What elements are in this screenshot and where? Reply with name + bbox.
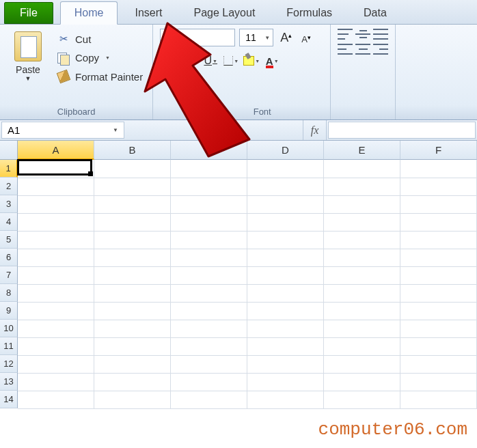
cell[interactable] [247,266,324,284]
cell[interactable] [94,213,171,231]
cell[interactable] [18,213,94,231]
cell[interactable] [247,284,324,302]
font-size-combo[interactable]: 11 ▼ [239,29,273,46]
cell[interactable] [94,249,171,266]
cell[interactable] [18,160,94,178]
cell[interactable] [171,320,247,337]
row-header[interactable]: 11 [0,337,18,355]
align-top-button[interactable] [338,29,353,40]
cell[interactable] [94,284,171,302]
cell[interactable] [247,160,324,178]
cell[interactable] [18,249,94,266]
format-painter-button[interactable]: Format Painter [55,69,146,84]
cell[interactable] [400,320,477,337]
font-color-button[interactable]: A▼ [262,52,282,70]
cell[interactable] [94,195,171,213]
column-header[interactable]: D [247,141,324,160]
cells-area[interactable] [18,160,477,447]
bold-button[interactable]: B [160,52,179,70]
italic-button[interactable]: I [180,52,200,70]
cell[interactable] [94,178,171,195]
cell[interactable] [18,266,94,284]
cell[interactable] [400,231,477,249]
tab-page-layout[interactable]: Page Layout [179,1,269,24]
fx-icon[interactable]: fx [303,120,327,140]
tab-formulas[interactable]: Formulas [272,1,346,24]
cell[interactable] [324,373,400,391]
cell[interactable] [171,391,247,408]
row-header[interactable]: 4 [0,213,18,231]
cell[interactable] [171,302,247,320]
cell[interactable] [400,195,477,213]
cell[interactable] [324,320,400,337]
cell[interactable] [400,213,477,231]
align-middle-button[interactable] [355,29,370,40]
cell[interactable] [247,231,324,249]
align-left-button[interactable] [338,44,353,55]
decrease-font-button[interactable]: A▾ [299,31,314,44]
cell[interactable] [171,178,247,195]
tab-home[interactable]: Home [60,1,118,25]
cell[interactable] [247,178,324,195]
fill-color-button[interactable]: ▼ [242,52,261,70]
cell[interactable] [400,391,477,408]
cell[interactable] [324,231,400,249]
cell[interactable] [324,284,400,302]
cell[interactable] [400,178,477,195]
borders-button[interactable]: ▼ [221,52,241,70]
cell[interactable] [324,195,400,213]
cell[interactable] [400,249,477,266]
cell[interactable] [400,355,477,373]
row-header[interactable]: 14 [0,391,18,408]
row-header[interactable]: 1 [0,160,18,178]
cell[interactable] [400,284,477,302]
cell[interactable] [400,266,477,284]
cell[interactable] [247,213,324,231]
row-header[interactable]: 3 [0,195,18,213]
cell[interactable] [18,391,94,408]
cell[interactable] [324,249,400,266]
cell[interactable] [171,373,247,391]
column-header[interactable]: F [400,141,477,160]
cell[interactable] [171,213,247,231]
cell[interactable] [18,302,94,320]
row-header[interactable]: 8 [0,284,18,302]
tab-file[interactable]: File [4,2,53,24]
cell[interactable] [18,195,94,213]
cell[interactable] [324,337,400,355]
cell[interactable] [94,373,171,391]
cell[interactable] [94,355,171,373]
column-header[interactable]: E [324,141,400,160]
cell[interactable] [247,249,324,266]
cell[interactable] [324,355,400,373]
row-header[interactable]: 5 [0,231,18,249]
cell[interactable] [247,391,324,408]
cell[interactable] [171,195,247,213]
row-header[interactable]: 13 [0,373,18,391]
formula-input[interactable] [328,122,476,139]
cell[interactable] [94,160,171,178]
cell[interactable] [171,249,247,266]
cell[interactable] [247,373,324,391]
name-box[interactable]: A1 ▼ [1,122,124,139]
cell[interactable] [400,302,477,320]
cell[interactable] [94,302,171,320]
cell[interactable] [171,355,247,373]
select-all-corner[interactable] [0,141,18,160]
cell[interactable] [94,391,171,408]
increase-font-button[interactable]: A▴ [277,29,295,46]
cell[interactable] [247,195,324,213]
cell[interactable] [400,373,477,391]
cell[interactable] [247,320,324,337]
cell[interactable] [18,355,94,373]
cell[interactable] [18,337,94,355]
cut-button[interactable]: Cut [55,31,146,46]
cell[interactable] [18,373,94,391]
paste-button[interactable]: Paste ▼ [7,29,49,105]
cell[interactable] [94,337,171,355]
align-bottom-button[interactable] [373,29,388,40]
align-center-button[interactable] [355,44,370,55]
row-header[interactable]: 10 [0,320,18,337]
cell[interactable] [171,231,247,249]
font-name-combo[interactable]: ▼ [160,29,235,46]
